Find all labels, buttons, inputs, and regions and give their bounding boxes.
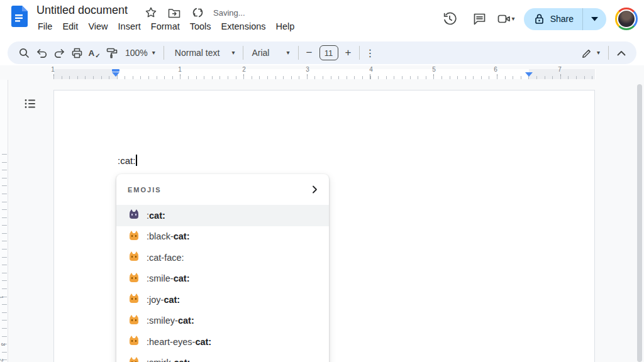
toolbar-divider: [359, 46, 360, 60]
document-title[interactable]: Untitled document: [36, 4, 128, 17]
zoom-select[interactable]: 100% ▾: [121, 45, 160, 61]
comments-button[interactable]: [467, 6, 492, 31]
menu-tools[interactable]: Tools: [185, 20, 216, 33]
paragraph-style-select[interactable]: Normal text ▾: [170, 45, 240, 61]
search-menus-button[interactable]: [15, 45, 33, 61]
emoji-suggestion-black-cat[interactable]: :black-cat:: [116, 226, 329, 248]
meet-caret-icon[interactable]: ▾: [512, 16, 515, 22]
paragraph-style-value: Normal text: [175, 48, 220, 58]
toolbar: A ✓ 100% ▾ Normal text ▾ Arial ▾ − 11 + …: [8, 41, 636, 64]
vertical-scrollbar[interactable]: [637, 84, 642, 362]
hide-menus-button[interactable]: [613, 45, 630, 61]
avatar-photo: [617, 9, 636, 28]
font-family-select[interactable]: Arial ▾: [247, 45, 294, 61]
ruler-label: 3: [0, 343, 6, 346]
toolbar-divider: [243, 46, 243, 60]
version-history-button[interactable]: [437, 6, 462, 31]
lock-icon: [534, 13, 545, 25]
print-button[interactable]: [68, 45, 86, 61]
emoji-suggestion-cat[interactable]: :cat:: [116, 205, 329, 226]
text-cursor: [136, 155, 137, 166]
typed-text[interactable]: :cat:: [118, 155, 137, 166]
emoji-suggestion-smirk-cat[interactable]: :smirk-cat:: [116, 353, 329, 362]
ruler-label: 2: [0, 358, 4, 361]
joy-cat-emoji-icon: [130, 296, 138, 303]
left-indent-marker[interactable]: [112, 69, 119, 72]
chevron-right-icon[interactable]: [311, 185, 319, 194]
share-button[interactable]: Share: [524, 8, 606, 30]
emoji-suggestion-smiley-cat[interactable]: :smiley-cat:: [116, 310, 329, 332]
smile-cat-emoji-icon: [130, 275, 138, 282]
editing-mode-select[interactable]: ▾: [577, 45, 604, 61]
toolbar-divider: [298, 46, 299, 60]
emoji-popup-title: EMOJIS: [128, 186, 162, 194]
ruler-label: 1: [51, 66, 55, 73]
account-avatar[interactable]: [615, 8, 638, 30]
menu-format[interactable]: Format: [146, 20, 185, 33]
ruler-label: 2: [242, 66, 246, 73]
font-caret-icon: ▾: [286, 50, 289, 56]
zoom-value: 100%: [125, 48, 148, 58]
ruler-label: 4: [369, 66, 373, 73]
emoji-suggestion-joy-cat[interactable]: :joy-cat:: [116, 289, 329, 310]
share-label: Share: [550, 14, 574, 24]
black-cat-emoji-icon: [130, 233, 138, 240]
emoji-suggestion-popup: EMOJIS :cat: :black-cat: :cat-face: :smi…: [116, 174, 329, 362]
emoji-popup-header[interactable]: EMOJIS: [116, 174, 329, 205]
ruler-label: 6: [494, 66, 497, 73]
share-caret-button[interactable]: [583, 8, 606, 30]
document-status-sync-icon[interactable]: [190, 5, 205, 20]
vertical-ruler[interactable]: 1 2 3: [0, 80, 8, 362]
meet-call-button[interactable]: ▾: [497, 13, 515, 25]
redo-button[interactable]: [50, 45, 68, 61]
horizontal-ruler[interactable]: [0, 68, 644, 79]
menu-edit[interactable]: Edit: [57, 20, 83, 33]
smirk-cat-emoji-icon: [130, 359, 138, 362]
decrease-font-size-button[interactable]: −: [303, 47, 316, 59]
increase-font-size-button[interactable]: +: [341, 47, 355, 59]
saving-status: Saving...: [213, 8, 245, 18]
menu-file[interactable]: File: [33, 20, 57, 33]
ruler-label: 1: [0, 295, 4, 299]
menu-bar: File Edit View Insert Format Tools Exten…: [33, 20, 299, 33]
undo-button[interactable]: [33, 45, 50, 61]
font-family-value: Arial: [252, 48, 269, 58]
first-line-indent-marker[interactable]: [112, 72, 119, 77]
toolbar-divider: [608, 46, 609, 60]
menu-view[interactable]: View: [83, 20, 113, 33]
show-outline-button[interactable]: [23, 96, 38, 111]
smiley-cat-emoji-icon: [130, 317, 138, 324]
ruler-label: 1: [178, 66, 182, 73]
pencil-icon: [582, 48, 592, 58]
ruler-label: 3: [306, 66, 309, 73]
paint-format-button[interactable]: [103, 45, 121, 61]
star-icon[interactable]: [143, 5, 158, 20]
ruler-label: 7: [558, 66, 562, 73]
menu-help[interactable]: Help: [271, 20, 300, 33]
google-docs-logo-icon[interactable]: [11, 6, 28, 27]
ruler-label: 5: [432, 66, 436, 73]
right-indent-marker[interactable]: [525, 72, 533, 77]
zoom-caret-icon: ▾: [152, 50, 155, 56]
menu-extensions[interactable]: Extensions: [216, 20, 271, 33]
menu-insert[interactable]: Insert: [113, 20, 146, 33]
cat-emoji-icon: [130, 212, 138, 219]
style-caret-icon: ▾: [231, 50, 235, 56]
spelling-check-button[interactable]: A ✓: [86, 45, 103, 61]
header-bar: Untitled document Saving... File Edit: [0, 0, 644, 38]
heart-eyes-cat-emoji-icon: [130, 338, 138, 345]
emoji-suggestion-cat-face[interactable]: :cat-face:: [116, 247, 329, 268]
emoji-suggestion-heart-eyes-cat[interactable]: :heart-eyes-cat:: [116, 331, 329, 353]
move-folder-icon[interactable]: [167, 5, 182, 20]
font-size-input[interactable]: 11: [319, 45, 338, 60]
cat-face-emoji-icon: [130, 254, 138, 261]
emoji-suggestion-smile-cat[interactable]: :smile-cat:: [116, 268, 329, 290]
more-options-button[interactable]: ⋮: [364, 47, 377, 59]
toolbar-divider: [164, 46, 164, 60]
editing-mode-caret-icon: ▾: [597, 50, 600, 56]
